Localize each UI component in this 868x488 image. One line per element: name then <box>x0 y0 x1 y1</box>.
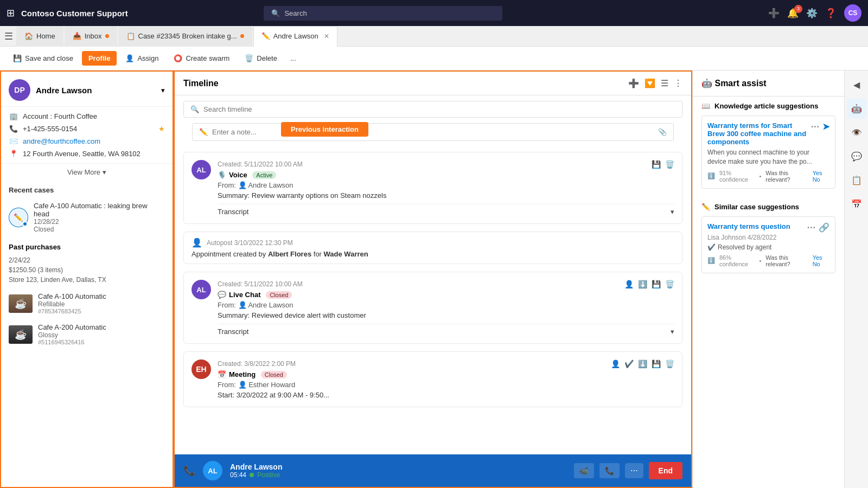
view-icon[interactable]: ☰ <box>661 78 668 88</box>
filter-icon[interactable]: 🔽 <box>644 78 655 88</box>
settings-icon[interactable]: ⚙️ <box>806 8 818 19</box>
contact-name: Andre Lawson <box>36 86 156 95</box>
similar-case-link-icon[interactable]: 🔗 <box>819 222 829 233</box>
app-grid-icon[interactable]: ⊞ <box>7 7 15 19</box>
delete-button[interactable]: 🗑️ Delete <box>238 51 284 66</box>
sidebar-smartassist-icon[interactable]: 🤖 <box>847 99 866 118</box>
product-image-1: ☕ <box>9 294 33 313</box>
more-timeline-icon[interactable]: ⋮ <box>674 78 682 88</box>
livechat-delete-icon[interactable]: 🗑️ <box>665 280 674 288</box>
call-duration: 05:44 <box>230 471 246 479</box>
sidebar-eye-icon[interactable]: 👁️ <box>847 123 866 142</box>
similar-yes-button[interactable]: Yes <box>813 254 822 261</box>
inbox-dot <box>105 34 109 38</box>
livechat-chevron-icon: ▾ <box>671 328 674 336</box>
note-input[interactable] <box>212 128 654 136</box>
contact-header: DP Andre Lawson ▾ <box>1 72 173 107</box>
assign-button[interactable]: 👤 Assign <box>119 51 165 66</box>
livechat-transcript-toggle[interactable]: Transcript ▾ <box>218 324 674 336</box>
similar-no-button[interactable]: No <box>813 261 820 267</box>
global-search[interactable]: 🔍 Search <box>264 6 502 21</box>
tab-home[interactable]: 🏠 Home <box>16 26 63 47</box>
voice-save-icon[interactable]: 💾 <box>652 160 661 169</box>
recent-case-item[interactable]: ✏️ Cafe A-100 Automatic : leaking brew h… <box>1 197 173 237</box>
left-panel: DP Andre Lawson ▾ 🏢 Account : Fourth Cof… <box>0 70 174 488</box>
livechat-download-icon[interactable]: ⬇️ <box>638 280 647 288</box>
meeting-check-icon[interactable]: ✔️ <box>624 359 634 368</box>
item-sku-2: #5116945326416 <box>38 339 106 345</box>
call-phone-icon: 📞 <box>183 465 195 477</box>
add-timeline-icon[interactable]: ➕ <box>628 78 639 88</box>
sidebar-calendar-icon[interactable]: 📅 <box>847 194 866 214</box>
email-icon: ✉️ <box>9 137 18 145</box>
voice-type: 🎙️ Voice <box>218 171 247 179</box>
timeline-search[interactable]: 🔍 <box>183 101 682 118</box>
more-button[interactable]: ... <box>286 51 301 66</box>
call-more-button[interactable]: ⋯ <box>625 463 643 478</box>
email-text[interactable]: andre@fourthcoffee.com <box>23 137 165 145</box>
help-icon[interactable]: ❓ <box>825 8 837 19</box>
knowledge-send-icon[interactable]: ➤ <box>822 121 829 132</box>
user-avatar[interactable]: CS <box>844 4 861 22</box>
item-sub-1: Refillable <box>38 300 106 308</box>
similar-case-more-icon[interactable]: ⋯ <box>807 222 815 233</box>
tab-inbox[interactable]: 📥 Inbox <box>65 26 117 47</box>
account-text: Account : Fourth Coffee <box>23 112 165 120</box>
phone-icon: 📞 <box>9 125 18 133</box>
swarm-icon: ⭕ <box>174 54 182 62</box>
meeting-actions: 👤 ✔️ ⬇️ 💾 🗑️ <box>611 359 674 368</box>
hamburger-menu[interactable]: ☰ <box>4 30 13 42</box>
notification-badge: 3 <box>794 5 802 13</box>
create-swarm-button[interactable]: ⭕ Create swarm <box>167 51 236 66</box>
add-icon[interactable]: ➕ <box>768 8 780 19</box>
call-end-button[interactable]: End <box>649 462 682 479</box>
knowledge-no-button[interactable]: No <box>813 176 820 183</box>
voice-from: From: 👤 Andre Lawson <box>218 181 674 189</box>
sidebar-chat-icon[interactable]: 💬 <box>847 146 866 166</box>
meeting-created: Created: 3/8/2022 2:00 PM <box>218 360 611 368</box>
meeting-status: Closed <box>261 371 287 378</box>
tab-bar: ☰ 🏠 Home 📥 Inbox 📋 Case #23345 Broken in… <box>0 26 868 47</box>
case-status-dot <box>22 221 28 227</box>
search-placeholder: Search <box>284 9 307 17</box>
livechat-item-row: AL Created: 5/11/2022 10:00 AM 👤 ⬇️ 💾 🗑️ <box>192 280 674 336</box>
meeting-download-icon[interactable]: ⬇️ <box>638 359 647 368</box>
timeline-search-input[interactable] <box>203 105 675 113</box>
notification-icon[interactable]: 🔔 3 <box>787 8 799 19</box>
caller-name: Andre Lawson <box>230 463 282 471</box>
sidebar-expand-icon[interactable]: ◀ <box>847 75 866 94</box>
livechat-person-icon[interactable]: 👤 <box>624 280 634 288</box>
view-more-button[interactable]: View More ▾ <box>1 163 173 181</box>
note-icon: ✏️ <box>199 128 208 136</box>
save-close-button[interactable]: 💾 Save and close <box>7 51 80 66</box>
knowledge-title-text[interactable]: Warranty terms for Smart Brew 300 coffee… <box>707 121 810 146</box>
knowledge-more-icon[interactable]: ⋯ <box>810 121 819 132</box>
tab-case[interactable]: 📋 Case #23345 Broken intake g... <box>118 26 252 47</box>
voice-delete-icon[interactable]: 🗑️ <box>665 160 674 169</box>
search-icon: 🔍 <box>271 9 280 17</box>
meeting-save-icon[interactable]: 💾 <box>652 359 661 368</box>
call-video-button[interactable]: 📹 <box>574 463 594 478</box>
previous-interaction-badge[interactable]: Previous interaction <box>281 122 368 137</box>
voice-transcript-toggle[interactable]: Transcript ▾ <box>218 204 674 216</box>
knowledge-yes-button[interactable]: Yes <box>813 170 822 176</box>
phone-text[interactable]: +1-425-555-0154 <box>23 125 154 133</box>
attachment-icon[interactable]: 📎 <box>658 128 667 136</box>
tab-close-button[interactable]: ✕ <box>324 33 329 40</box>
expand-icon[interactable]: ▾ <box>161 86 165 94</box>
albert-flores: Albert Flores <box>268 250 311 258</box>
similar-case-icon: ✏️ <box>701 203 710 211</box>
meeting-person-icon[interactable]: 👤 <box>611 359 620 368</box>
sidebar-list-icon[interactable]: 📋 <box>847 170 866 190</box>
livechat-save-icon[interactable]: 💾 <box>652 280 661 288</box>
voice-avatar: AL <box>192 160 211 179</box>
call-phone-button[interactable]: 📞 <box>599 463 620 478</box>
profile-button[interactable]: Profile <box>82 51 117 66</box>
purchase-item-1[interactable]: ☕ Cafe A-100 Automatic Refillable #78534… <box>1 288 173 319</box>
similar-case-title-text[interactable]: Warranty terms question <box>707 222 790 230</box>
purchase-item-2[interactable]: ☕ Cafe A-200 Automatic Glossy #511694532… <box>1 319 173 350</box>
similar-yes-no: Yes No <box>811 254 829 267</box>
star-icon[interactable]: ★ <box>158 125 165 133</box>
meeting-delete-icon[interactable]: 🗑️ <box>665 359 674 368</box>
tab-andre-lawson[interactable]: ✏️ Andre Lawson ✕ <box>253 26 337 47</box>
